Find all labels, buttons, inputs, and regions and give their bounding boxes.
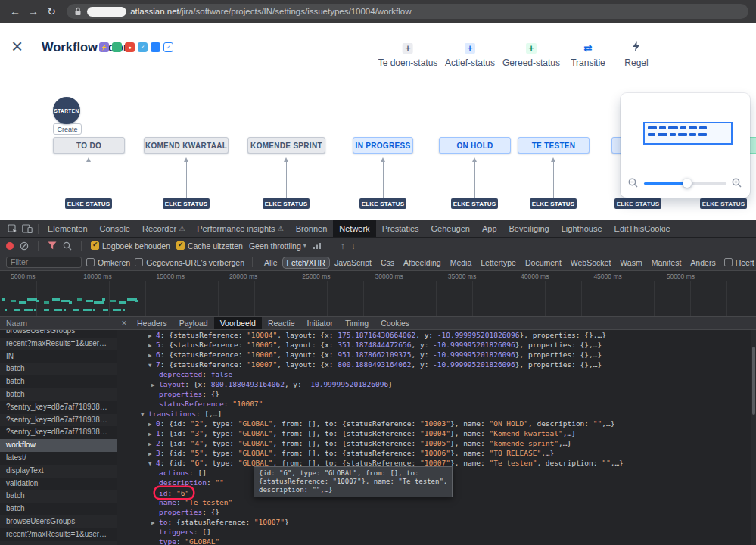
throttling-select[interactable]: Geen throttling ▾: [249, 241, 306, 251]
json-line[interactable]: ▼7: {statusReference: "10007", layout: {…: [118, 360, 756, 369]
devtools-tab-performance-insights[interactable]: Performance insights⚠: [191, 220, 289, 237]
request-row[interactable]: recent?maxResults=1&user…: [0, 338, 117, 350]
detail-tab-initiator[interactable]: Initiator: [301, 317, 339, 329]
filter-type-document[interactable]: Document: [521, 257, 565, 268]
json-line[interactable]: ▶to: {statusReference: "10007"}: [118, 517, 756, 527]
close-detail-icon[interactable]: ×: [117, 318, 131, 329]
global-transition-label[interactable]: ELKE STATUS: [530, 198, 577, 209]
request-row[interactable]: batch: [0, 490, 117, 503]
devtools-tab-recorder[interactable]: Recorder⚠: [136, 220, 191, 237]
request-row[interactable]: batch: [0, 388, 117, 401]
json-line[interactable]: name: "Te testen": [118, 497, 756, 507]
json-line[interactable]: deprecated: false: [118, 369, 756, 379]
export-har-icon[interactable]: ↓: [351, 241, 356, 251]
record-button[interactable]: [6, 242, 14, 250]
filter-type-manifest[interactable]: Manifest: [648, 257, 686, 268]
devtools-tab-lighthouse[interactable]: Lighthouse: [555, 220, 608, 237]
detail-tab-voorbeeld[interactable]: Voorbeeld: [214, 317, 262, 329]
devtools-tab-console[interactable]: Console: [94, 220, 136, 237]
minimap-viewport[interactable]: [643, 122, 733, 145]
json-line[interactable]: statusReference: "10007": [118, 399, 756, 409]
scrollbar[interactable]: [751, 330, 756, 545]
devtools-tab-editthiscookie[interactable]: EditThisCookie: [608, 220, 677, 237]
request-row[interactable]: ?sentry_key=d8e7af718938…: [0, 414, 117, 427]
request-row[interactable]: displayText: [0, 465, 117, 478]
json-line[interactable]: ▶6: {statusReference: "10006", layout: {…: [118, 350, 756, 360]
request-row[interactable]: workflow: [0, 439, 117, 452]
devtools-tab-beveiliging[interactable]: Beveiliging: [503, 220, 555, 237]
devtools-tab-elementen[interactable]: Elementen: [42, 220, 94, 237]
status-node-komende-sprint[interactable]: KOMENDE SPRINT: [247, 137, 325, 154]
filter-type-websocket[interactable]: WebSocket: [567, 257, 615, 268]
devtools-tab-prestaties[interactable]: Prestaties: [376, 220, 425, 237]
create-transition-label[interactable]: Create: [53, 123, 82, 135]
global-transition-label[interactable]: ELKE STATUS: [700, 198, 747, 209]
invert-checkbox[interactable]: Omkeren: [86, 258, 130, 267]
preserve-log-checkbox[interactable]: Logboek behouden: [91, 241, 170, 251]
json-line[interactable]: triggers: []: [118, 527, 756, 537]
blocked-cookies-checkbox[interactable]: Heeft geblokkeerde cookies: [724, 258, 756, 267]
status-node-te-testen[interactable]: TE TESTEN: [518, 137, 590, 154]
request-row[interactable]: batch: [0, 375, 117, 388]
global-transition-label[interactable]: ELKE STATUS: [163, 198, 210, 209]
search-icon[interactable]: [63, 241, 72, 251]
zoom-in-icon[interactable]: [732, 178, 742, 188]
json-line[interactable]: ▶2: {id: "4", type: "GLOBAL", from: [], …: [118, 438, 756, 448]
filter-type-css[interactable]: Css: [377, 257, 398, 268]
zoom-slider[interactable]: [644, 182, 726, 185]
filter-type-wasm[interactable]: Wasm: [616, 257, 646, 268]
zoom-out-icon[interactable]: [628, 178, 639, 188]
request-row[interactable]: ?sentry_key=d8e7af718938…: [0, 401, 117, 414]
detail-tab-headers[interactable]: Headers: [131, 317, 173, 329]
devtools-tab-geheugen[interactable]: Geheugen: [425, 220, 476, 237]
request-row[interactable]: validation: [0, 478, 117, 490]
name-column-header[interactable]: Naam: [0, 317, 117, 329]
address-bar[interactable]: .atlassian.net/jira/software/projects/IN…: [67, 4, 748, 19]
json-line[interactable]: properties: {}: [118, 389, 756, 399]
devtools-tab-bronnen[interactable]: Bronnen: [290, 220, 334, 237]
forward-button[interactable]: →: [24, 2, 42, 20]
json-line[interactable]: properties: {}: [118, 507, 756, 517]
json-line[interactable]: ▶5: {statusReference: "10005", layout: {…: [118, 340, 756, 350]
disable-cache-checkbox[interactable]: Cache uitzetten: [176, 241, 243, 251]
request-row[interactable]: ?sentry_key=d8e7af718938…: [0, 426, 117, 439]
global-transition-label[interactable]: ELKE STATUS: [614, 198, 661, 209]
network-overview-timeline[interactable]: 5000 ms10000 ms15000 ms20000 ms25000 ms3…: [0, 271, 756, 317]
request-row[interactable]: recent?maxResults=1&user…: [0, 528, 117, 541]
global-transition-label[interactable]: ELKE STATUS: [263, 198, 310, 209]
filter-type-alle[interactable]: Alle: [260, 257, 282, 268]
device-toolbar-icon[interactable]: [20, 224, 35, 233]
detail-tab-timing[interactable]: Timing: [339, 317, 375, 329]
inspect-icon[interactable]: [5, 224, 20, 234]
expand-arrow[interactable]: ▼: [141, 410, 148, 419]
status-node-komend-kwartaal[interactable]: KOMEND KWARTAAL: [144, 137, 229, 154]
request-row[interactable]: browseUsersGroups: [0, 330, 117, 338]
json-line[interactable]: ▶1: {id: "3", type: "GLOBAL", from: [], …: [118, 428, 756, 438]
start-node[interactable]: STARTEN: [53, 97, 80, 124]
filter-type-anders[interactable]: Anders: [686, 257, 719, 268]
json-line[interactable]: ▶4: {statusReference: "10004", layout: {…: [118, 330, 756, 340]
hide-data-urls-checkbox[interactable]: Gegevens-URL's verbergen: [135, 258, 244, 267]
filter-type-lettertype[interactable]: Lettertype: [477, 257, 520, 268]
global-transition-label[interactable]: ELKE STATUS: [451, 198, 498, 209]
network-conditions-icon[interactable]: [313, 242, 322, 250]
detail-tab-payload[interactable]: Payload: [173, 317, 214, 329]
json-line[interactable]: ▶0: {id: "2", type: "GLOBAL", from: [], …: [118, 419, 756, 428]
status-node-on-hold[interactable]: ON HOLD: [439, 137, 511, 154]
reload-button[interactable]: ↻: [42, 2, 61, 20]
filter-type-afbeelding[interactable]: Afbeelding: [400, 257, 445, 268]
json-line[interactable]: ▶layout: {x: 800.1880493164062, y: -10.9…: [118, 379, 756, 389]
devtools-tab-app[interactable]: App: [476, 220, 503, 237]
filter-input[interactable]: Filter: [6, 257, 82, 268]
request-row[interactable]: batch: [0, 503, 117, 515]
global-transition-label[interactable]: ELKE STATUS: [65, 198, 112, 209]
filter-icon[interactable]: [48, 241, 57, 250]
import-har-icon[interactable]: ↑: [341, 241, 345, 251]
request-row[interactable]: browseUsersGroups: [0, 515, 117, 528]
filter-type-media[interactable]: Media: [446, 257, 476, 268]
detail-tab-reactie[interactable]: Reactie: [262, 317, 301, 329]
global-transition-label[interactable]: ELKE STATUS: [359, 198, 406, 209]
json-line[interactable]: type: "GLOBAL": [118, 537, 756, 545]
scrollbar-thumb[interactable]: [752, 347, 755, 415]
request-row[interactable]: batch: [0, 363, 117, 375]
